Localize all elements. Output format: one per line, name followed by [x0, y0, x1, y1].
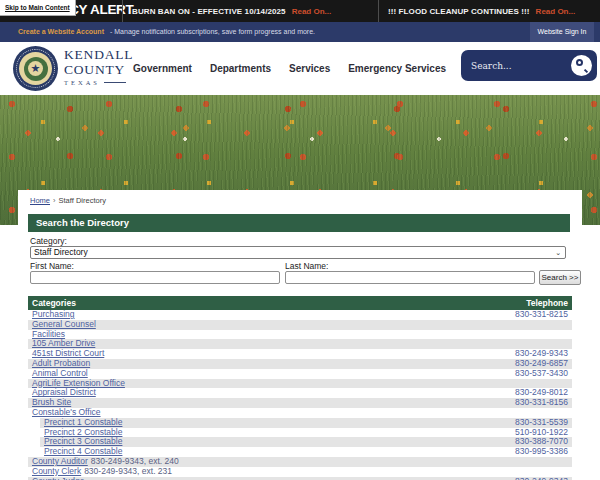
category-link[interactable]: Precinct 4 Constable	[44, 446, 122, 456]
directory-table-header: Categories Telephone	[28, 296, 572, 310]
breadcrumb: Home›Staff Directory	[30, 196, 106, 205]
first-name-label: First Name:	[30, 261, 74, 271]
wordmark-line1: KENDALL	[64, 47, 133, 62]
telephone-value: 830-249-9343	[515, 477, 568, 480]
category-link[interactable]: Adult Probation	[32, 358, 90, 368]
category-link[interactable]: Appraisal District	[32, 387, 96, 397]
create-account-link[interactable]: Create a Website Account	[18, 28, 104, 35]
table-row: 105 Amber Drive	[28, 339, 572, 349]
nav-government[interactable]: Government	[133, 63, 192, 74]
content-panel: Home›Staff Directory Search the Director…	[18, 190, 582, 480]
telephone-value: 830-331-8156	[515, 398, 568, 408]
category-link[interactable]: Purchasing	[32, 309, 75, 319]
category-link[interactable]: County Judge	[32, 476, 84, 480]
table-row: Purchasing830-331-8215	[28, 310, 572, 320]
category-select[interactable]: Staff Directory ⌄	[30, 246, 566, 259]
telephone-value: 830-995-3386	[515, 447, 568, 457]
table-row: General Counsel	[28, 320, 572, 330]
category-link[interactable]: Constable's Office	[32, 407, 101, 417]
table-row: AgriLife Extension Office	[28, 379, 572, 389]
category-link[interactable]: County Auditor	[32, 456, 88, 466]
county-seal-logo: ★	[13, 46, 58, 91]
main-navigation: Government Departments Services Emergenc…	[133, 42, 515, 95]
breadcrumb-separator: ›	[53, 196, 56, 205]
table-row: Appraisal District830-249-8012	[28, 388, 572, 398]
read-on-link[interactable]: Read On...	[536, 7, 576, 16]
site-header: ★ KENDALL COUNTY TEXAS Government Depart…	[0, 42, 600, 95]
site-search	[461, 50, 597, 81]
table-row: County Clerk830-249-9343, ext. 231	[28, 467, 572, 477]
last-name-label: Last Name:	[285, 261, 328, 271]
emergency-alert-bar: EMERGENCY ALERT BURN BAN ON - EFFECTIVE …	[0, 0, 600, 22]
search-icon	[576, 59, 583, 66]
category-link[interactable]: AgriLife Extension Office	[32, 378, 125, 388]
telephone-value: 830-537-3430	[515, 369, 568, 379]
account-bar: Create a Website Account - Manage notifi…	[0, 22, 600, 42]
category-link[interactable]: County Clerk	[32, 466, 81, 476]
search-submit-button[interactable]	[571, 55, 592, 76]
account-description: - Manage notification subscriptions, sav…	[110, 28, 315, 35]
table-row: 451st District Court830-249-9343	[28, 349, 572, 359]
table-row: Facilities	[28, 330, 572, 340]
county-wordmark: KENDALL COUNTY TEXAS	[64, 47, 133, 86]
breadcrumb-current: Staff Directory	[59, 196, 106, 205]
category-link[interactable]: Precinct 2 Constable	[44, 427, 122, 437]
category-link[interactable]: Precinct 1 Constable	[44, 417, 122, 427]
directory-table-body: Purchasing830-331-8215General CounselFac…	[28, 310, 572, 480]
alert-message-text: BURN BAN ON - EFFECTIVE 10/14/2025	[132, 7, 286, 16]
category-link[interactable]: Brush Site	[32, 397, 71, 407]
category-link[interactable]: General Counsel	[32, 319, 96, 329]
last-name-input[interactable]	[285, 271, 535, 284]
nav-emergency-services[interactable]: Emergency Services	[348, 63, 446, 74]
read-on-link[interactable]: Read On...	[292, 7, 332, 16]
alert-message-burn-ban: BURN BAN ON - EFFECTIVE 10/14/2025 Read …	[122, 0, 331, 22]
telephone-value: 830-331-8215	[515, 310, 568, 320]
alert-message-text: !!! FLOOD CLEANUP CONTINUES !!!	[388, 7, 530, 16]
wordmark-line2: COUNTY	[64, 62, 133, 77]
inline-phone: 830-249-9343, ext. 231	[84, 466, 172, 476]
telephone-column-header: Telephone	[526, 296, 568, 310]
category-label: Category:	[30, 236, 67, 246]
wordmark-dash	[104, 82, 126, 83]
directory-search-button[interactable]: Search >>	[539, 270, 581, 285]
search-directory-title: Search the Directory	[28, 214, 570, 232]
wordmark-line3: TEXAS	[64, 79, 100, 86]
category-link[interactable]: Animal Control	[32, 368, 88, 378]
star-icon: ★	[28, 61, 43, 76]
nav-services[interactable]: Services	[289, 63, 330, 74]
table-row: Brush Site830-331-8156	[28, 398, 572, 408]
category-link[interactable]: 451st District Court	[32, 348, 104, 358]
category-selected-value: Staff Directory	[34, 247, 88, 257]
nav-departments[interactable]: Departments	[210, 63, 271, 74]
category-link[interactable]: 105 Amber Drive	[32, 338, 95, 348]
inline-phone: 830-249-9343, ext. 240	[91, 456, 179, 466]
first-name-input[interactable]	[30, 271, 280, 284]
category-link[interactable]: Precinct 3 Constable	[44, 436, 122, 446]
skip-to-main-content-link[interactable]: Skip to Main Content	[0, 0, 76, 16]
chevron-down-icon: ⌄	[555, 247, 561, 259]
categories-column-header: Categories	[32, 296, 76, 310]
search-input[interactable]	[461, 61, 571, 71]
category-link[interactable]: Facilities	[32, 329, 65, 339]
table-row: County Judge830-249-9343	[28, 477, 572, 480]
website-sign-in-button[interactable]: Website Sign In	[530, 22, 594, 42]
table-row: Adult Probation830-249-6857	[28, 359, 572, 369]
breadcrumb-home-link[interactable]: Home	[30, 196, 50, 205]
alert-message-flood: !!! FLOOD CLEANUP CONTINUES !!! Read On.…	[378, 0, 575, 22]
